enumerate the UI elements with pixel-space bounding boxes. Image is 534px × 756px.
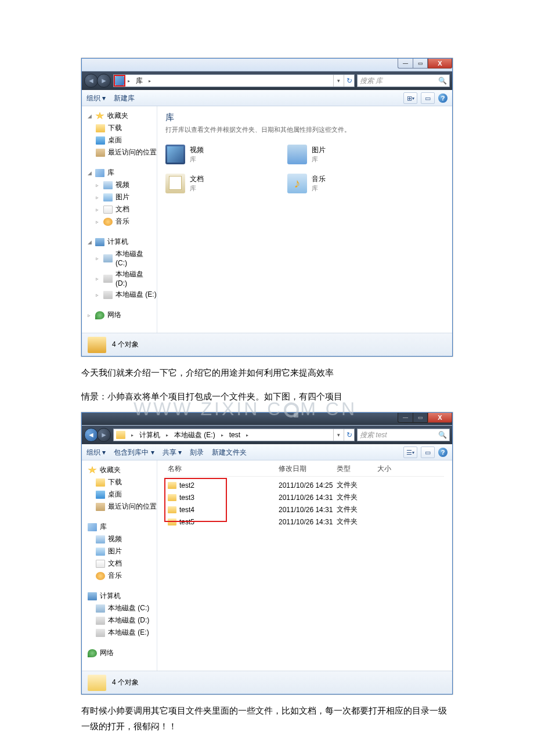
address-root-highlighted <box>114 75 125 87</box>
column-name[interactable]: 名称 <box>165 464 279 474</box>
address-segment-test[interactable]: test <box>227 429 244 441</box>
sidebar-music[interactable]: 音乐 <box>85 570 157 582</box>
chevron-right-icon: ▸ <box>246 433 248 438</box>
preview-pane-button[interactable]: ▭ <box>421 92 435 104</box>
sidebar-computer[interactable]: 计算机 <box>85 590 157 602</box>
sidebar-network[interactable]: 网络 <box>85 647 157 659</box>
address-segment-library[interactable]: 库 <box>134 75 146 87</box>
file-type: 文件夹 <box>337 480 377 490</box>
close-button[interactable]: X <box>428 413 452 423</box>
table-row[interactable]: test42011/10/26 14:31文件夹 <box>165 503 444 516</box>
picture-icon <box>103 193 113 201</box>
address-segment-computer[interactable]: 计算机 <box>137 429 164 441</box>
address-bar[interactable]: ▸ 库 ▸ ▾ ↻ <box>113 74 355 87</box>
library-item-documents[interactable]: 文档库 <box>165 174 264 193</box>
sidebar-drive-c[interactable]: 本地磁盘 (C:) <box>85 602 157 614</box>
video-icon <box>103 181 113 189</box>
sidebar-library[interactable]: 库 <box>85 521 157 533</box>
burn-button[interactable]: 刻录 <box>190 448 204 458</box>
minimize-button[interactable]: — <box>398 59 413 69</box>
column-size[interactable]: 大小 <box>377 464 418 474</box>
new-folder-button[interactable]: 新建文件夹 <box>212 448 247 458</box>
close-button[interactable]: X <box>428 59 452 69</box>
sidebar-pictures[interactable]: ▹图片 <box>85 191 157 203</box>
file-date: 2011/10/26 14:31 <box>279 506 337 514</box>
sidebar-recent[interactable]: 最近访问的位置 <box>85 501 157 513</box>
sidebar-favorites[interactable]: ◢收藏夹 <box>85 110 157 122</box>
column-date[interactable]: 修改日期 <box>279 464 337 474</box>
sidebar-documents[interactable]: 文档 <box>85 557 157 570</box>
address-dropdown-button[interactable]: ▾ <box>333 429 344 441</box>
content-pane: 名称 修改日期 类型 大小 test22011/10/26 14:25文件夹te… <box>157 460 452 671</box>
maximize-button[interactable]: ▭ <box>413 59 428 69</box>
sidebar-library[interactable]: ◢库 <box>85 167 157 179</box>
help-button[interactable]: ? <box>438 448 448 457</box>
share-menu[interactable]: 共享 ▾ <box>163 448 182 458</box>
chevron-right-icon: ▸ <box>221 433 223 438</box>
sidebar-desktop[interactable]: 桌面 <box>85 134 157 146</box>
sidebar-desktop[interactable]: 桌面 <box>85 488 157 501</box>
sidebar-video[interactable]: ▹视频 <box>85 179 157 191</box>
help-button[interactable]: ? <box>438 93 448 103</box>
table-row[interactable]: test32011/10/26 14:31文件夹 <box>165 491 444 503</box>
file-date: 2011/10/26 14:31 <box>279 518 337 526</box>
new-library-button[interactable]: 新建库 <box>114 93 135 103</box>
refresh-button[interactable]: ↻ <box>344 429 354 441</box>
preview-pane-button[interactable]: ▭ <box>421 447 435 458</box>
window-controls: — ▭ X <box>398 413 452 425</box>
column-type[interactable]: 类型 <box>337 464 377 474</box>
maximize-button[interactable]: ▭ <box>413 413 428 423</box>
sidebar-drive-d[interactable]: ▹本地磁盘 (D:) <box>85 268 157 289</box>
library-item-video[interactable]: 视频库 <box>165 145 264 164</box>
sidebar-computer[interactable]: ◢计算机 <box>85 236 157 248</box>
sidebar-documents[interactable]: ▹文档 <box>85 203 157 215</box>
file-type: 文件夹 <box>337 517 377 527</box>
chevron-right-icon: ▸ <box>149 78 151 84</box>
sidebar: ◢收藏夹 下载 桌面 最近访问的位置 ◢库 ▹视频 ▹图片 ▹文档 ▹音乐 ◢计… <box>82 106 157 333</box>
desktop-icon <box>96 136 105 145</box>
sidebar-downloads[interactable]: 下载 <box>85 122 157 134</box>
drive-icon <box>96 617 105 625</box>
file-name: test3 <box>179 494 194 502</box>
organize-menu[interactable]: 组织 ▾ <box>86 448 106 458</box>
refresh-button[interactable]: ↻ <box>344 75 354 87</box>
forward-button[interactable]: ► <box>97 74 111 88</box>
address-bar[interactable]: ▸ 计算机 ▸ 本地磁盘 (E:) ▸ test ▸ ▾ ↻ <box>113 429 355 441</box>
minimize-button[interactable]: — <box>398 413 413 423</box>
file-name: test2 <box>179 481 194 489</box>
sidebar-downloads[interactable]: 下载 <box>85 476 157 488</box>
sidebar-video[interactable]: 视频 <box>85 533 157 545</box>
view-mode-button[interactable]: ⊞ ▾ <box>403 92 417 104</box>
back-button[interactable]: ◄ <box>84 74 98 88</box>
search-input[interactable]: 搜索 库 🔍 <box>357 74 450 87</box>
sidebar-favorites[interactable]: 收藏夹 <box>85 464 157 476</box>
search-input[interactable]: 搜索 test 🔍 <box>357 429 450 441</box>
music-icon <box>96 572 105 580</box>
sidebar-drive-e[interactable]: 本地磁盘 (E:) <box>85 627 157 639</box>
explorer-window-libraries: — ▭ X ◄ ► ▸ 库 ▸ ▾ ↻ 搜索 库 🔍 组织 ▾ 新建库 <box>81 58 453 357</box>
table-row[interactable]: test22011/10/26 14:25文件夹 <box>165 479 444 491</box>
view-mode-button[interactable]: ☰ ▾ <box>403 447 417 458</box>
drive-icon <box>103 275 113 283</box>
star-icon <box>88 466 97 474</box>
back-button[interactable]: ◄ <box>84 428 98 442</box>
sidebar-recent[interactable]: 最近访问的位置 <box>85 146 157 159</box>
file-name: test4 <box>179 506 194 514</box>
sidebar-network[interactable]: ▹网络 <box>85 309 157 321</box>
file-name: test5 <box>179 518 194 526</box>
sidebar-drive-d[interactable]: 本地磁盘 (D:) <box>85 614 157 627</box>
include-in-library-menu[interactable]: 包含到库中 ▾ <box>114 448 154 458</box>
organize-menu[interactable]: 组织 ▾ <box>86 93 106 103</box>
sidebar-pictures[interactable]: 图片 <box>85 545 157 557</box>
address-dropdown-button[interactable]: ▾ <box>333 75 344 87</box>
sidebar-drive-c[interactable]: ▹本地磁盘 (C:) <box>85 248 157 268</box>
nav-arrows: ◄ ► <box>84 74 111 88</box>
status-text: 4 个对象 <box>112 340 139 350</box>
address-segment-drive-e[interactable]: 本地磁盘 (E:) <box>172 429 219 441</box>
library-item-music[interactable]: 音乐库 <box>287 174 386 193</box>
sidebar-drive-e[interactable]: ▹本地磁盘 (E:) <box>85 289 157 301</box>
library-item-pictures[interactable]: 图片库 <box>287 145 386 164</box>
sidebar-music[interactable]: ▹音乐 <box>85 215 157 228</box>
table-row[interactable]: test52011/10/26 14:31文件夹 <box>165 516 444 528</box>
forward-button[interactable]: ► <box>97 428 111 442</box>
